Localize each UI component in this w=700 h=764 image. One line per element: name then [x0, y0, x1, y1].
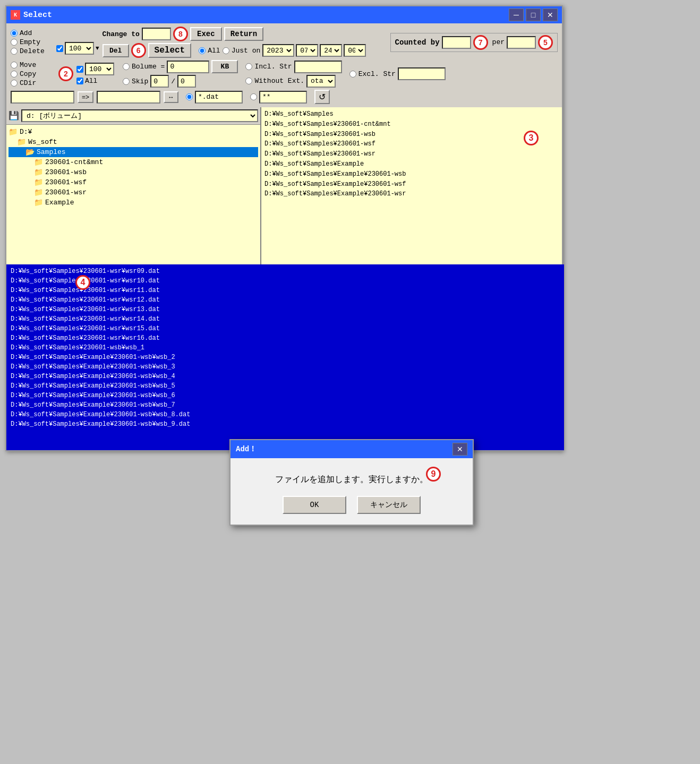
dialog-ok-button[interactable]: OK	[283, 496, 346, 514]
log-line: D:¥Ws_soft¥Samples¥230601-wsr¥wsr09.dat	[11, 267, 560, 276]
month-select[interactable]: 07	[296, 44, 318, 57]
path-item[interactable]: D:¥Ws_soft¥Samples¥230601-wsr	[263, 149, 560, 159]
counted-by-label: Counted by	[395, 38, 440, 47]
ext-select[interactable]: ota	[306, 75, 336, 88]
date-row: 2023 07 24 00	[262, 44, 366, 57]
counted-group: Counted by 7 per 5	[390, 33, 558, 52]
dialog-close-button[interactable]: ✕	[453, 443, 467, 456]
dialog-title-text: Add！	[236, 444, 257, 454]
filter-col-2: Bolume = KB Skip /	[123, 60, 238, 88]
tree-item[interactable]: 📁Example	[8, 198, 258, 208]
toolbar-row-1: Add Empty Delete 100 ▼	[11, 27, 558, 58]
app-icon: K	[11, 10, 20, 20]
arrow-button[interactable]: =>	[78, 91, 93, 103]
path-item[interactable]: D:¥Ws_soft¥Samples¥230601-wsf	[263, 139, 560, 149]
skip-row: Skip /	[123, 75, 238, 88]
tree-item[interactable]: 📁230601-wsb	[8, 167, 258, 177]
radio-just-on[interactable]: Just on	[223, 47, 261, 55]
dialog-cancel-button[interactable]: キャンセル	[357, 496, 421, 514]
per-input[interactable]	[507, 36, 536, 49]
radio-bolume[interactable]: Bolume =	[123, 63, 165, 71]
path-item[interactable]: D:¥Ws_soft¥Samples¥Example¥230601-wsf	[263, 179, 560, 190]
path-item[interactable]: D:¥Ws_soft¥Samples¥Example	[263, 159, 560, 169]
radio-without-ext[interactable]: Without Ext.	[245, 77, 304, 85]
log-line: D:¥Ws_soft¥Samples¥230601-wsr¥wsr12.dat	[11, 295, 560, 305]
log-line: D:¥Ws_soft¥Samples¥Example¥230601-wsb¥ws…	[11, 419, 560, 429]
path-item[interactable]: D:¥Ws_soft¥Samples	[263, 109, 560, 119]
tree-item[interactable]: 📁230601-wsf	[8, 177, 258, 187]
exec-button[interactable]: Exec	[190, 27, 222, 41]
toolbar-row-3: => ↔ ↺	[11, 90, 558, 104]
radio-pattern2[interactable]	[250, 91, 307, 104]
radio-incl[interactable]: Incl. Str	[245, 63, 292, 71]
radio-add[interactable]: Add	[11, 29, 53, 37]
move-checkbox[interactable]	[76, 66, 83, 73]
drive-dropdown[interactable]: d: [ボリューム]	[21, 109, 258, 122]
radio-cdir[interactable]: CDir	[11, 79, 53, 87]
bolume-input[interactable]	[167, 61, 209, 73]
log-line: D:¥Ws_soft¥Samples¥230601-wsb¥wsb_1	[11, 343, 560, 353]
change-to-input[interactable]	[142, 28, 171, 40]
radio-copy[interactable]: Copy	[11, 70, 53, 78]
badge-3: 3	[524, 131, 539, 145]
checkbox-col-1: 100 ▼	[56, 30, 99, 55]
title-bar-buttons: ─ □ ✕	[509, 8, 558, 21]
radio-move[interactable]: Move	[11, 61, 53, 69]
day-select[interactable]: 24	[320, 44, 342, 57]
tree-item[interactable]: 📁230601-cnt&mnt	[8, 157, 258, 167]
counted-by-input[interactable]	[442, 36, 471, 49]
tree-item[interactable]: 📁D:¥	[8, 127, 258, 137]
per-label: per	[492, 38, 505, 46]
log-line: D:¥Ws_soft¥Samples¥230601-wsr¥wsr15.dat	[11, 324, 560, 333]
log-line: D:¥Ws_soft¥Samples¥Example¥230601-wsb¥ws…	[11, 410, 560, 419]
radio-empty[interactable]: Empty	[11, 38, 53, 46]
tree-item[interactable]: 📁230601-wsr	[8, 187, 258, 198]
path-item[interactable]: D:¥Ws_soft¥Samples¥230601-cnt&mnt	[263, 119, 560, 130]
incl-row: Incl. Str	[245, 61, 342, 73]
hour-select[interactable]: 00	[344, 44, 366, 57]
radio-excl[interactable]: Excl. Str	[349, 70, 396, 78]
minimize-button[interactable]: ─	[509, 8, 524, 21]
del-checkbox[interactable]	[56, 45, 63, 52]
left-panel: 💾 d: [ボリューム] 📁D:¥📁Ws_soft📂Samples📁230601…	[6, 107, 261, 264]
radio-skip[interactable]: Skip	[123, 78, 148, 85]
kb-button[interactable]: KB	[211, 60, 238, 73]
swap-button[interactable]: ↔	[164, 91, 178, 103]
skip-input-2[interactable]	[177, 75, 196, 88]
path-item[interactable]: D:¥Ws_soft¥Samples¥Example¥230601-wsr	[263, 189, 560, 199]
badge-5: 5	[538, 35, 553, 50]
radio-delete[interactable]: Delete	[11, 47, 53, 55]
all-checkbox[interactable]	[76, 78, 83, 84]
maximize-button[interactable]: □	[526, 8, 541, 21]
del-value-select[interactable]: 100	[65, 42, 94, 55]
incl-input[interactable]	[294, 61, 342, 73]
radio-pattern1[interactable]	[186, 91, 243, 104]
log-line: D:¥Ws_soft¥Samples¥Example¥230601-wsb¥ws…	[11, 381, 560, 391]
log-line: D:¥Ws_soft¥Samples¥Example¥230601-wsb¥ws…	[11, 372, 560, 381]
toolbar-row-2: Move Copy CDir 2 100	[11, 60, 558, 88]
del-button[interactable]: Del	[103, 44, 129, 57]
pattern-to-input[interactable]	[97, 91, 160, 104]
tree-item[interactable]: 📂Samples	[8, 147, 258, 157]
excl-input[interactable]	[398, 67, 446, 80]
pattern-from-input[interactable]	[11, 91, 74, 104]
tree-item[interactable]: 📁Ws_soft	[8, 137, 258, 147]
path-item[interactable]: D:¥Ws_soft¥Samples¥230601-wsb	[263, 130, 560, 140]
move-value-select[interactable]: 100	[85, 63, 114, 75]
refresh-button[interactable]: ↺	[314, 90, 330, 104]
checkbox-col-2: 100 All	[76, 63, 114, 85]
pattern1-input[interactable]	[195, 91, 243, 104]
pattern2-input[interactable]	[259, 91, 307, 104]
move-checkbox-row: 100	[76, 63, 114, 75]
title-bar: K Select ─ □ ✕	[6, 6, 562, 23]
skip-input-1[interactable]	[150, 75, 169, 88]
return-button[interactable]: Return	[224, 27, 263, 41]
badge-9: 9	[426, 467, 441, 482]
year-select[interactable]: 2023	[262, 44, 294, 57]
path-item[interactable]: D:¥Ws_soft¥Samples¥Example¥230601-wsb	[263, 169, 560, 179]
radio-all-filter[interactable]: All	[199, 47, 220, 55]
select-button[interactable]: Select	[148, 43, 192, 58]
all-checkbox-row: All	[76, 77, 114, 85]
all-label: All	[85, 77, 97, 85]
close-button[interactable]: ✕	[543, 8, 558, 21]
